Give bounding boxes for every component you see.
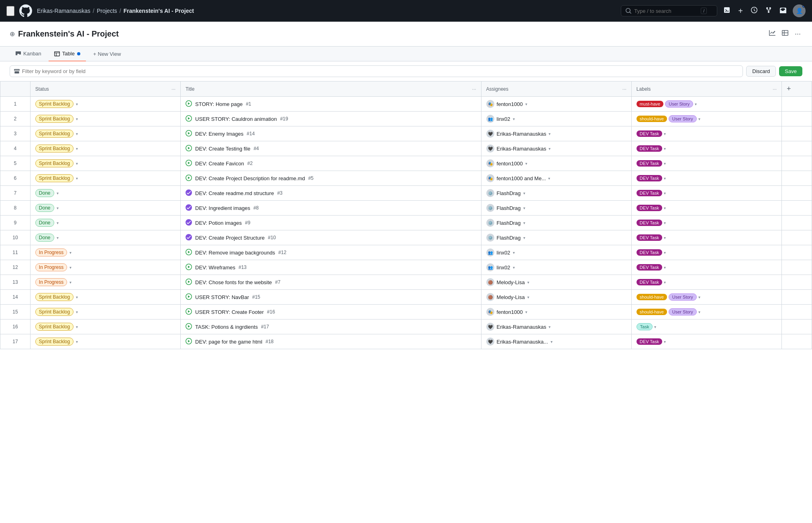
assignee-name[interactable]: FlashDrag <box>497 190 521 196</box>
assignee-chevron[interactable]: ▾ <box>523 191 525 195</box>
assignee-name[interactable]: FlashDrag <box>497 205 521 211</box>
labels-chevron[interactable]: ▾ <box>664 265 666 270</box>
status-badge[interactable]: Sprint Backlog <box>35 115 73 123</box>
status-chevron[interactable]: ▾ <box>57 206 59 210</box>
label-badge[interactable]: DEV Task <box>637 234 662 241</box>
labels-chevron[interactable]: ▾ <box>664 250 666 255</box>
tab-new-view[interactable]: + New View <box>88 47 126 61</box>
label-badge[interactable]: DEV Task <box>637 249 662 256</box>
label-badge[interactable]: User Story <box>665 100 693 108</box>
status-chevron[interactable]: ▾ <box>57 221 59 225</box>
status-chevron[interactable]: ▾ <box>76 340 78 344</box>
tab-kanban[interactable]: Kanban <box>10 47 47 61</box>
assignee-chevron[interactable]: ▾ <box>548 176 550 181</box>
status-badge[interactable]: Sprint Backlog <box>35 174 73 182</box>
status-badge[interactable]: Done <box>35 204 54 212</box>
assignee-name[interactable]: linx02 <box>497 265 510 271</box>
filter-input-wrap[interactable] <box>10 65 743 77</box>
issue-title[interactable]: USER STORY: Cauldron animation <box>195 116 277 122</box>
fork-button[interactable] <box>764 5 773 17</box>
github-logo[interactable] <box>19 4 32 17</box>
status-chevron[interactable]: ▾ <box>57 191 59 195</box>
issue-title[interactable]: DEV: Remove image backgrounds <box>195 250 275 256</box>
labels-chevron[interactable]: ▾ <box>664 221 666 225</box>
label-badge[interactable]: must-have <box>637 101 663 107</box>
label-badge[interactable]: DEV Task <box>637 190 662 196</box>
status-badge[interactable]: Done <box>35 189 54 197</box>
status-chevron[interactable]: ▾ <box>69 280 71 285</box>
status-badge[interactable]: Sprint Backlog <box>35 144 73 153</box>
assignee-name[interactable]: fenton1000 and Me... <box>497 175 546 181</box>
issue-title[interactable]: STORY: Home page <box>195 101 243 107</box>
inbox-button[interactable] <box>778 5 788 17</box>
label-badge[interactable]: User Story <box>669 308 697 315</box>
search-input[interactable] <box>634 8 698 14</box>
assignee-chevron[interactable]: ▾ <box>523 221 525 225</box>
terminal-button[interactable] <box>722 5 732 17</box>
assignee-name[interactable]: Melody-Lisa <box>497 279 525 285</box>
assignee-chevron[interactable]: ▾ <box>549 325 551 329</box>
label-badge[interactable]: should-have <box>637 294 667 300</box>
assignee-chevron[interactable]: ▾ <box>549 132 551 136</box>
assignees-col-menu[interactable]: ··· <box>622 86 626 92</box>
breadcrumb-user[interactable]: Erikas-Ramanauskas <box>37 8 90 14</box>
assignee-name[interactable]: FlashDrag <box>497 220 521 226</box>
search-bar[interactable]: / <box>621 5 717 16</box>
hamburger-menu[interactable] <box>6 6 14 16</box>
issue-title[interactable]: DEV: Create Testing file <box>195 146 250 152</box>
assignee-chevron[interactable]: ▾ <box>513 117 515 121</box>
layout-icon-button[interactable] <box>780 28 790 40</box>
avatar[interactable]: 👤 <box>793 4 806 17</box>
status-badge[interactable]: Sprint Backlog <box>35 159 73 167</box>
status-badge[interactable]: In Progress <box>35 248 67 256</box>
assignee-name[interactable]: Melody-Lisa <box>497 294 525 300</box>
labels-chevron[interactable]: ▾ <box>664 340 666 344</box>
status-chevron[interactable]: ▾ <box>69 250 71 255</box>
labels-chevron[interactable]: ▾ <box>664 176 666 181</box>
status-chevron[interactable]: ▾ <box>76 176 78 181</box>
labels-chevron[interactable]: ▾ <box>664 161 666 166</box>
status-badge[interactable]: Done <box>35 219 54 227</box>
labels-chevron[interactable]: ▾ <box>664 206 666 210</box>
issue-title[interactable]: DEV: Enemy Images <box>195 131 243 137</box>
discard-button[interactable]: Discard <box>746 66 776 77</box>
issue-title[interactable]: USER STORY: NavBar <box>195 294 249 300</box>
labels-chevron[interactable]: ▾ <box>664 147 666 151</box>
labels-col-menu[interactable]: ··· <box>773 86 777 92</box>
tab-table[interactable]: Table <box>49 47 86 61</box>
status-badge[interactable]: Sprint Backlog <box>35 293 73 301</box>
status-chevron[interactable]: ▾ <box>76 132 78 136</box>
breadcrumb-projects[interactable]: Projects <box>97 8 117 14</box>
issue-title[interactable]: DEV: Create readme.md structure <box>195 190 274 196</box>
labels-chevron[interactable]: ▾ <box>664 132 666 136</box>
issue-title[interactable]: DEV: page for the game html <box>195 339 262 345</box>
issue-title[interactable]: DEV: Create Project Structure <box>195 235 265 241</box>
label-badge[interactable]: should-have <box>637 309 667 315</box>
label-badge[interactable]: DEV Task <box>637 338 662 345</box>
chart-icon-button[interactable] <box>767 28 777 40</box>
label-badge[interactable]: DEV Task <box>637 145 662 152</box>
label-badge[interactable]: DEV Task <box>637 160 662 167</box>
issue-title[interactable]: DEV: Ingredient images <box>195 205 250 211</box>
assignee-name[interactable]: FlashDrag <box>497 235 521 241</box>
clock-button[interactable] <box>749 5 759 17</box>
issue-title[interactable]: DEV: Chose fonts for the website <box>195 279 272 285</box>
labels-chevron[interactable]: ▾ <box>654 325 656 329</box>
label-badge[interactable]: DEV Task <box>637 205 662 211</box>
label-badge[interactable]: DEV Task <box>637 279 662 285</box>
assignee-name[interactable]: linx02 <box>497 250 510 256</box>
assignee-chevron[interactable]: ▾ <box>527 295 529 299</box>
issue-title[interactable]: USER STORY: Create Footer <box>195 309 264 315</box>
label-badge[interactable]: DEV Task <box>637 220 662 226</box>
issue-title[interactable]: DEV: Wireframes <box>195 265 235 271</box>
plus-button[interactable]: + <box>737 5 745 17</box>
assignee-name[interactable]: Erikas-Ramanauskas <box>497 324 547 330</box>
assignee-name[interactable]: Erikas-Ramanauskas <box>497 146 547 152</box>
assignee-name[interactable]: Erikas-Ramanauska... <box>497 339 548 345</box>
status-badge[interactable]: Done <box>35 234 54 242</box>
status-badge[interactable]: In Progress <box>35 263 67 271</box>
status-chevron[interactable]: ▾ <box>76 325 78 329</box>
status-chevron[interactable]: ▾ <box>76 295 78 299</box>
labels-chevron[interactable]: ▾ <box>698 310 700 314</box>
status-chevron[interactable]: ▾ <box>76 161 78 166</box>
